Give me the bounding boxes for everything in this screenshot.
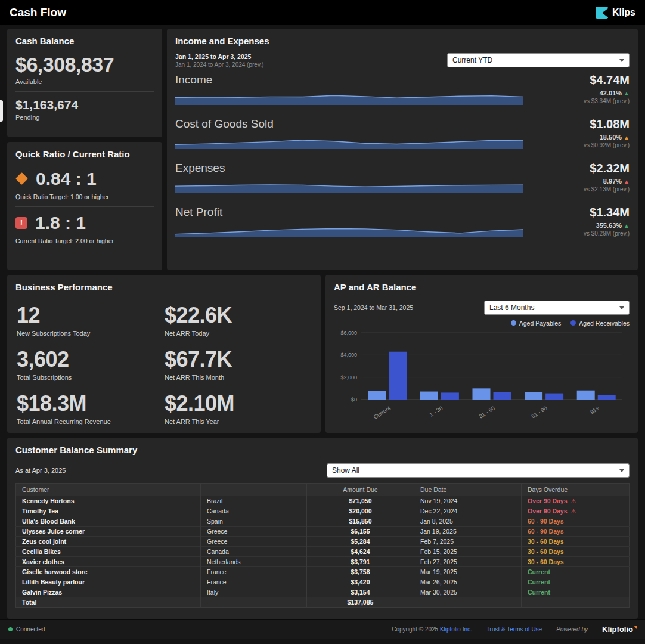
- ap-ar-date-range: Sep 1, 2024 to Mar 31, 2025: [334, 304, 413, 311]
- kpi-label: Total Annual Recurring Revenue: [17, 418, 165, 425]
- metric-label: Income: [175, 73, 523, 86]
- metric-left: Cost of Goods Sold: [175, 117, 523, 149]
- cell-days-overdue: 30 - 60 Days: [522, 536, 630, 546]
- cash-balance-card: Cash Balance $6,308,837 Available $1,163…: [7, 29, 162, 137]
- table-row[interactable]: Galvin PizzasItaly$3,154Mar 30, 2025Curr…: [16, 587, 630, 597]
- pending-balance-value: $1,163,674: [15, 98, 154, 112]
- kpi-value: $67.7K: [165, 347, 312, 372]
- cell-days-overdue: Over 90 Days ⚠: [522, 506, 630, 516]
- terms-link[interactable]: Trust & Terms of Use: [486, 626, 542, 633]
- cell-due-date: Jan 19, 2025: [414, 526, 522, 536]
- legend-aged-payables[interactable]: Aged Payables: [511, 320, 562, 327]
- col-due-date: Due Date: [414, 483, 522, 496]
- metric-label: Expenses: [175, 162, 523, 175]
- metric-label: Cost of Goods Sold: [175, 117, 523, 131]
- kpi-stat: $67.7KNet ARR This Month: [165, 347, 312, 381]
- current-ratio-alert-icon: !: [15, 217, 27, 229]
- as-at-date: As at Apr 3, 2025: [15, 467, 66, 474]
- kpi-value: 12: [17, 303, 165, 328]
- metric-left: Income: [175, 73, 523, 105]
- brand-name: Klips: [612, 7, 635, 18]
- trend-sparkline: [175, 178, 523, 193]
- legend-dot-icon: [511, 320, 516, 326]
- period-select-wrap: Current YTD: [447, 53, 630, 67]
- metric-row: Income$4.74M42.01% ▲vs $3.34M (prev.): [175, 68, 630, 112]
- quick-ratio-target: Quick Ratio Target: 1.00 or higher: [15, 193, 154, 200]
- cell-customer: Timothy Tea: [16, 506, 201, 516]
- metric-right: $4.74M42.01% ▲vs $3.34M (prev.): [534, 73, 630, 105]
- cell-due-date: Nov 19, 2024: [414, 496, 522, 506]
- cell-amount-due: $3,791: [307, 556, 414, 566]
- business-performance-title: Business Performance: [15, 282, 312, 293]
- customer-balance-title: Customer Balance Summary: [15, 445, 630, 456]
- trend-sparkline: [175, 134, 523, 149]
- metric-left: Net Profit: [175, 206, 523, 237]
- cell-customer: Xavier clothes: [16, 556, 201, 566]
- pending-balance-label: Pending: [15, 114, 154, 121]
- svg-text:91+: 91+: [589, 404, 601, 415]
- cell-customer: Zeus cool joint: [16, 536, 201, 546]
- trend-up-arrow-icon: ▲: [624, 178, 630, 185]
- klips-brand[interactable]: Klips: [596, 7, 635, 19]
- cell-customer: Ulla's Blood Bank: [16, 516, 201, 526]
- period-select[interactable]: Current YTD: [447, 53, 630, 67]
- metric-label: Net Profit: [175, 206, 523, 219]
- cell-country: Canada: [201, 506, 307, 516]
- table-header-row: Customer Amount Due Due Date Days Overdu…: [16, 483, 630, 496]
- kpi-stat: $22.6KNet ARR Today: [165, 303, 312, 337]
- table-row[interactable]: Lillith Beauty parlourFrance$3,420Mar 26…: [16, 577, 630, 587]
- quick-ratio-diamond-icon: [15, 172, 28, 185]
- ratio-card: Quick Ratio / Current Ratio 0.84 : 1 Qui…: [7, 142, 162, 270]
- cell-country: Canada: [201, 546, 307, 556]
- range-select[interactable]: Last 6 Months: [484, 301, 630, 315]
- col-amount-due: Amount Due: [307, 483, 414, 496]
- table-row[interactable]: Zeus cool jointGreece$5,284Feb 7, 202530…: [16, 536, 630, 546]
- total-row: Total $137,085: [16, 597, 630, 607]
- cell-country: Greece: [201, 536, 307, 546]
- metric-change: 42.01% ▲: [534, 89, 630, 97]
- cell-days-overdue: Current: [522, 587, 630, 597]
- cell-amount-due: $71,050: [307, 496, 414, 506]
- income-expenses-title: Income and Expenses: [175, 36, 630, 47]
- kpi-value: 3,602: [17, 347, 165, 372]
- cell-customer: Giselle harwood store: [16, 566, 201, 577]
- warning-icon: ⚠: [570, 498, 576, 504]
- metric-left: Expenses: [175, 162, 523, 193]
- svg-text:$2,000: $2,000: [340, 374, 357, 380]
- cell-due-date: Feb 15, 2025: [414, 546, 522, 556]
- copyright-text: Copyright © 2025: [392, 626, 438, 633]
- sidebar-handle[interactable]: [0, 100, 3, 122]
- metric-row: Cost of Goods Sold$1.08M18.50% ▲vs $0.92…: [175, 112, 630, 156]
- table-row[interactable]: Giselle harwood storeFrance$3,758Mar 19,…: [16, 566, 630, 577]
- table-row[interactable]: Timothy TeaCanada$20,000Dec 22, 2024Over…: [16, 506, 630, 516]
- kpi-stat: 3,602Total Subscriptions: [17, 347, 165, 381]
- ap-ar-card: AP and AR Balance Sep 1, 2024 to Mar 31,…: [325, 275, 638, 433]
- bar-1 - 30: [420, 391, 438, 399]
- connected-dot-icon: [8, 627, 13, 631]
- bar-91+: [598, 395, 616, 400]
- table-row[interactable]: Ulysses Juice cornerGreece$6,155Jan 19, …: [16, 526, 630, 536]
- table-row[interactable]: Ulla's Blood BankSpain$15,850Jan 8, 2025…: [16, 516, 630, 526]
- table-row[interactable]: Kennedy HortonsBrazil$71,050Nov 19, 2024…: [16, 496, 630, 506]
- metric-right: $1.34M355.63% ▲vs $0.29M (prev.): [534, 206, 630, 237]
- table-row[interactable]: Xavier clothesNetherlands$3,791Feb 27, 2…: [16, 556, 630, 566]
- filter-select[interactable]: Show All: [327, 463, 630, 478]
- powered-by-label: Powered by: [556, 626, 588, 633]
- metric-value: $2.32M: [534, 162, 630, 175]
- bar-31 - 60: [473, 388, 491, 400]
- legend-aged-receivables[interactable]: Aged Receivables: [570, 320, 630, 327]
- metric-right: $1.08M18.50% ▲vs $0.92M (prev.): [534, 117, 630, 149]
- date-range-block: Jan 1, 2025 to Apr 3, 2025 Jan 1, 2024 t…: [175, 53, 263, 68]
- kpi-stat: $2.10MNet ARR This Year: [165, 391, 312, 425]
- trend-sparkline: [175, 89, 523, 105]
- total-amount: $137,085: [307, 597, 414, 607]
- col-customer: Customer: [16, 483, 201, 496]
- kpi-grid: 12New Subscriptions Today$22.6KNet ARR T…: [15, 303, 312, 425]
- divider: [15, 91, 154, 92]
- klipfolio-logo[interactable]: Klipfolio: [602, 625, 637, 634]
- table-row[interactable]: Cecilia BikesCanada$4,624Feb 15, 202530 …: [16, 546, 630, 556]
- cell-days-overdue: 30 - 60 Days: [522, 556, 630, 566]
- cell-customer: Lillith Beauty parlour: [16, 577, 201, 587]
- metric-row: Net Profit$1.34M355.63% ▲vs $0.29M (prev…: [175, 200, 630, 244]
- company-link[interactable]: Klipfolio Inc.: [440, 626, 472, 633]
